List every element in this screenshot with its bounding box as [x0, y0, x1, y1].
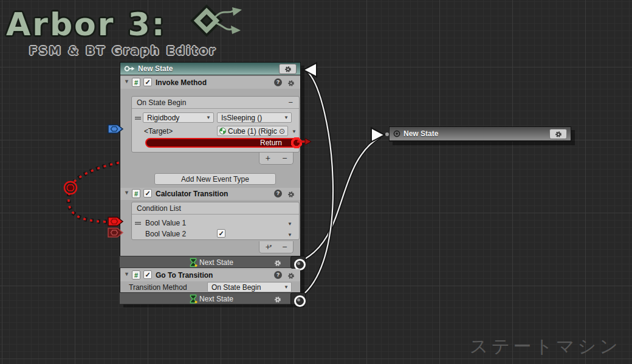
condition-row-1[interactable]: Bool Value 1 ▼	[132, 218, 299, 228]
target-object-field[interactable]: Cube (1) (Rigic ⊙	[217, 126, 288, 136]
condition-row-2[interactable]: Bool Value 2 ✓ ▼	[132, 228, 299, 239]
foldout-triangle-icon[interactable]: ▼	[124, 79, 129, 84]
return-data-slot-icon[interactable]	[291, 137, 302, 148]
reorder-handle-icon[interactable]	[135, 117, 141, 120]
method-row: Rigidbody ▼ IsSleeping () ▼	[132, 112, 299, 123]
gear-icon[interactable]	[287, 78, 295, 89]
add-element-menu-button[interactable]: +▼	[259, 241, 276, 253]
state-link-slot[interactable]	[290, 256, 306, 269]
state-machine-watermark: ステートマシン	[470, 334, 621, 359]
hash-badge[interactable]: #	[132, 270, 140, 280]
event-list-title: On State Begin	[137, 98, 186, 107]
slot-type-dropdown-icon[interactable]: ▼	[292, 129, 297, 134]
start-state-icon	[124, 65, 135, 72]
hourglass-icon	[189, 258, 197, 267]
transition-wire-to-target-node[interactable]	[299, 137, 380, 262]
event-list-header[interactable]: On State Begin −	[132, 97, 299, 109]
help-icon[interactable]: ?	[274, 78, 282, 86]
chevron-down-icon[interactable]: ▼	[287, 221, 292, 227]
state-link-slot[interactable]	[290, 292, 306, 305]
chevron-down-icon: ▼	[269, 241, 273, 252]
goto-enabled-checkbox[interactable]: ✓	[143, 270, 152, 279]
target-row: <Target> Cube (1) (Rigic ⊙ ▼	[132, 126, 299, 137]
arbor-logo-subtitle: FSM & BT Graph Editor	[29, 44, 217, 57]
reroute-node-inner	[67, 185, 74, 191]
chevron-down-icon: ▼	[206, 115, 211, 120]
behaviour-title: Calculator Transition	[156, 190, 228, 198]
state-node[interactable]: New State ▼ # ✓ Invoke Method ? On State…	[120, 62, 301, 304]
target-object-value: Cube (1) (Rigic	[228, 127, 279, 136]
help-icon[interactable]: ?	[274, 190, 282, 197]
event-list-box: On State Begin − Rigidbody ▼ IsSleeping …	[131, 96, 300, 153]
behaviour-header-go-to-transition[interactable]: ▼ # ✓ Go To Transition ?	[120, 269, 300, 281]
transition-arrowhead-into-state-node	[303, 63, 317, 77]
chevron-down-icon: ▼	[284, 285, 289, 290]
target-node-header[interactable]: New State	[390, 127, 571, 141]
reorder-handle-icon[interactable]	[135, 222, 141, 225]
next-state-label: Next State	[199, 295, 233, 303]
transition-method-row: Transition Method On State Begin ▼	[120, 281, 300, 293]
condition-list-footer: +▼ −	[259, 241, 294, 253]
arbor-logo: Arbor 3: FSM & BT Graph Editor	[6, 6, 217, 57]
hash-badge[interactable]: #	[132, 78, 140, 87]
next-state-label: Next State	[199, 258, 233, 267]
behaviour-title: Go To Transition	[156, 271, 213, 280]
transition-wire-shadow1	[299, 137, 380, 262]
behaviour-header-invoke-method[interactable]: ▼ # ✓ Invoke Method ?	[120, 77, 300, 89]
transition-arrowhead-into-target-node	[371, 128, 385, 142]
transition-method-label: Transition Method	[129, 283, 187, 292]
method-dropdown-value: IsSleeping ()	[221, 114, 262, 122]
help-icon[interactable]: ?	[274, 271, 282, 279]
target-settings-button[interactable]	[549, 129, 567, 139]
state-node-header[interactable]: New State	[120, 63, 300, 75]
add-element-button[interactable]: +	[259, 153, 276, 164]
behaviour-header-calculator-transition[interactable]: ▼ # ✓ Calculator Transition ?	[120, 188, 300, 200]
data-wire-reroute-to-bool[interactable]	[69, 194, 107, 222]
data-wire-shadow2	[69, 194, 107, 222]
next-state-bar-calculator[interactable]: Next State	[120, 256, 301, 268]
return-output-slot[interactable]: Return	[145, 138, 299, 148]
foldout-triangle-icon[interactable]: ▼	[124, 272, 129, 277]
gear-icon[interactable]	[287, 271, 295, 282]
transition-method-dropdown[interactable]: On State Begin ▼	[207, 282, 292, 292]
calculator-enabled-checkbox[interactable]: ✓	[143, 189, 152, 197]
gear-icon	[284, 66, 292, 73]
remove-element-button[interactable]: −	[276, 153, 294, 164]
state-settings-button[interactable]	[279, 64, 297, 74]
collapse-button[interactable]: −	[288, 98, 293, 107]
next-state-bar-goto[interactable]: Next State	[120, 292, 301, 304]
invoke-enabled-checkbox[interactable]: ✓	[143, 78, 152, 86]
return-data-slot-inner	[294, 140, 300, 146]
condition-list-header[interactable]: Condition List	[132, 202, 299, 215]
method-dropdown[interactable]: IsSleeping () ▼	[217, 112, 292, 123]
gear-icon[interactable]	[274, 258, 281, 269]
cube-icon	[219, 128, 226, 134]
arbor-logo-title: Arbor 3:	[6, 6, 217, 43]
remove-element-button[interactable]: −	[276, 241, 294, 253]
gear-icon[interactable]	[274, 295, 281, 306]
return-wire-arrow	[305, 139, 311, 145]
component-dropdown[interactable]: Rigidbody ▼	[143, 112, 214, 123]
behaviour-title: Invoke Method	[156, 78, 207, 87]
chevron-down-icon: ▼	[284, 115, 289, 120]
gear-icon[interactable]	[287, 190, 295, 201]
condition-list-box: Condition List Bool Value 1 ▼ Bool Value…	[131, 202, 300, 240]
component-dropdown-value: Rigidbody	[147, 114, 179, 122]
hash-badge[interactable]: #	[132, 189, 140, 198]
state-node-title: New State	[138, 64, 173, 73]
target-node-title: New State	[404, 129, 438, 138]
add-new-event-type-button[interactable]: Add New Event Type	[154, 173, 276, 185]
hourglass-icon	[189, 294, 197, 304]
transition-method-value: On State Begin	[211, 283, 261, 292]
bool-value-checkbox[interactable]: ✓	[217, 229, 225, 238]
reroute-node[interactable]	[64, 182, 77, 194]
state-icon	[393, 130, 400, 137]
object-picker-icon[interactable]: ⊙	[279, 128, 286, 135]
return-label: Return	[260, 139, 282, 147]
condition-label: Bool Value 2	[145, 230, 186, 238]
arbor-logo-branch-icon	[188, 2, 243, 43]
target-state-node[interactable]: New State	[389, 126, 571, 142]
graph-canvas[interactable]: Arbor 3: FSM & BT Graph Editor New State	[0, 0, 632, 364]
chevron-down-icon[interactable]: ▼	[287, 232, 292, 238]
foldout-triangle-icon[interactable]: ▼	[124, 190, 129, 196]
